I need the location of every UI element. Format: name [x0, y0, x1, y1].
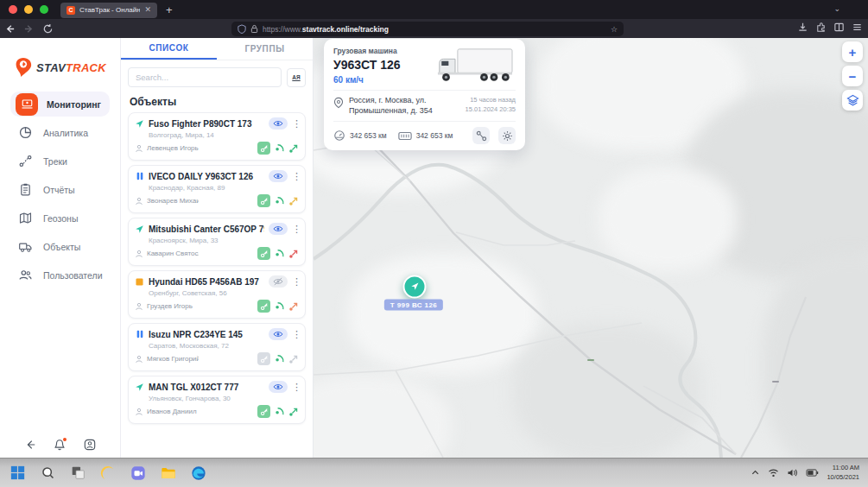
- sidebar-book-icon[interactable]: [833, 22, 845, 33]
- sidebar-item-geozones[interactable]: Геозоны: [10, 206, 110, 231]
- tab-close-icon[interactable]: ✕: [144, 6, 151, 14]
- visibility-toggle[interactable]: [269, 117, 288, 130]
- notifications-bell-icon[interactable]: [54, 439, 66, 451]
- taskbar-clock[interactable]: 11:00 AM 10/05/2021: [827, 464, 859, 483]
- sidebar-item-reports[interactable]: Отчёты: [10, 177, 110, 202]
- driver-icon: [135, 144, 143, 153]
- vehicle-name: Hyundai HD65 P456AB 197: [149, 277, 264, 287]
- vehicle-menu-button[interactable]: [292, 171, 299, 182]
- file-explorer-icon[interactable]: [160, 465, 177, 482]
- vehicle-menu-button[interactable]: [292, 329, 299, 340]
- vehicle-card[interactable]: IVECO DAILY У963СТ 126 Краснодар, Красна…: [128, 165, 306, 213]
- vehicle-speed: 60 км/ч: [333, 75, 401, 85]
- profile-icon[interactable]: [84, 439, 96, 451]
- sidebar-nav: Мониторинг Аналитика Треки: [0, 92, 120, 288]
- settings-button[interactable]: [498, 127, 516, 144]
- vehicle-card[interactable]: Fuso Fighter P890CT 173 Волгоград, Мира,…: [128, 112, 306, 161]
- map[interactable]: Т 999 ВС 126 + − Грузовая машина У963СТ …: [314, 38, 868, 458]
- sidebar-item-analytics[interactable]: Аналитика: [10, 120, 110, 145]
- vehicle-menu-button[interactable]: [292, 276, 299, 288]
- map-layers-button[interactable]: [842, 90, 863, 111]
- sort-az-button[interactable]: АЯ: [287, 68, 306, 87]
- extensions-icon[interactable]: [815, 22, 827, 33]
- route-button[interactable]: [472, 127, 490, 144]
- window-minimize-button[interactable]: [24, 5, 33, 14]
- site-favicon: С: [67, 6, 75, 15]
- driver-icon: [135, 250, 143, 258]
- lock-icon: [250, 24, 258, 34]
- clock-date: 10/05/2021: [827, 473, 859, 483]
- layers-icon: [846, 94, 859, 107]
- vehicle-name: MAN TGL X012CT 777: [149, 383, 264, 392]
- vehicle-menu-button[interactable]: [292, 224, 299, 235]
- vehicle-status-icon: [135, 383, 144, 392]
- ignition-key-icon: [257, 352, 270, 365]
- vehicle-card[interactable]: Mitsubishi Canter C567OP 790 Красноярск,…: [128, 218, 306, 266]
- vehicle-map-marker[interactable]: [403, 275, 427, 299]
- sidebar-item-objects[interactable]: Объекты: [10, 234, 110, 259]
- section-title: Объекты: [121, 91, 313, 112]
- vehicle-type-label: Грузовая машина: [333, 47, 401, 55]
- moon-app-icon[interactable]: [99, 465, 117, 482]
- zoom-in-button[interactable]: +: [842, 41, 863, 62]
- task-view-icon[interactable]: [69, 465, 86, 482]
- clock-time: 11:00 AM: [827, 464, 859, 473]
- browser-chrome: С СтавТрак - Онлайн мониторин ✕ + ⌄ http…: [0, 0, 868, 38]
- truck-image: [433, 47, 516, 85]
- visibility-toggle[interactable]: [269, 275, 288, 288]
- vehicle-card[interactable]: MAN TGL X012CT 777 Ульяновск, Гончарова,…: [128, 376, 306, 424]
- start-button[interactable]: [9, 465, 26, 482]
- vehicle-address: Краснодар, Красная, 89: [135, 182, 299, 194]
- sidebar-item-label: Треки: [43, 156, 67, 167]
- vehicle-menu-button[interactable]: [292, 382, 299, 393]
- sidebar-item-label: Мониторинг: [47, 99, 101, 110]
- new-tab-button[interactable]: +: [166, 4, 173, 16]
- sidebar-item-tracks[interactable]: Треки: [10, 149, 110, 174]
- driver-name: Мягков Григорий: [147, 355, 199, 363]
- odometer-gauge-icon: [333, 130, 345, 142]
- driver-name: Левенцев Игорь: [147, 144, 199, 152]
- vehicle-menu-button[interactable]: [292, 118, 299, 130]
- search-icon[interactable]: [39, 465, 56, 482]
- tray-chevron-icon[interactable]: [751, 468, 760, 478]
- wifi-icon[interactable]: [768, 468, 779, 478]
- sidebar-item-monitoring[interactable]: Мониторинг: [10, 92, 110, 117]
- vehicle-card[interactable]: Hyundai HD65 P456AB 197 Оренбург, Советс…: [128, 270, 306, 319]
- brand-logo: STAVTRACK: [0, 38, 120, 92]
- reload-button[interactable]: [38, 23, 57, 35]
- search-input[interactable]: [128, 67, 282, 87]
- browser-toolbar-icons: [797, 22, 863, 33]
- visibility-toggle[interactable]: [269, 381, 288, 393]
- bookmark-star-icon[interactable]: ☆: [611, 25, 618, 34]
- app-window: STAVTRACK Мониторинг Аналитика: [0, 38, 868, 458]
- zoom-out-button[interactable]: −: [842, 66, 863, 86]
- visibility-toggle[interactable]: [269, 328, 288, 340]
- tab-title: СтавТрак - Онлайн мониторин: [79, 6, 140, 14]
- visibility-toggle[interactable]: [269, 170, 288, 182]
- url-bar[interactable]: https://www.stavtrack.online/tracking ☆: [231, 22, 624, 36]
- forward-button[interactable]: [19, 23, 38, 35]
- vehicle-status-icon: [135, 225, 144, 234]
- window-zoom-button[interactable]: [40, 5, 48, 14]
- marker-arrow-icon: [409, 281, 421, 293]
- tab-list-chevron-icon[interactable]: ⌄: [833, 4, 840, 13]
- downloads-icon[interactable]: [797, 22, 808, 33]
- brand-pin-icon: [14, 57, 33, 78]
- window-close-button[interactable]: [9, 5, 17, 14]
- tab-groups[interactable]: ГРУППЫ: [217, 38, 313, 60]
- browser-tab[interactable]: С СтавТрак - Онлайн мониторин ✕: [60, 3, 157, 18]
- sidebar-item-users[interactable]: Пользователи: [10, 262, 110, 288]
- vehicle-name: IVECO DAILY У963СТ 126: [149, 172, 264, 181]
- chat-app-icon[interactable]: [130, 465, 147, 482]
- back-button[interactable]: [0, 23, 19, 35]
- driver-icon: [135, 408, 143, 416]
- edge-browser-icon[interactable]: [190, 465, 207, 482]
- collapse-back-icon[interactable]: [24, 439, 36, 451]
- visibility-toggle[interactable]: [269, 223, 288, 235]
- vehicle-card[interactable]: Isuzu NPR C234YE 145 Саратов, Московская…: [128, 323, 306, 371]
- volume-icon[interactable]: [787, 468, 798, 478]
- menu-hamburger-icon[interactable]: [852, 22, 863, 33]
- vehicle-location: Россия, г. Москва, ул.Промышленная, д. 3…: [344, 96, 466, 116]
- tab-list[interactable]: СПИСОК: [121, 38, 217, 60]
- battery-icon[interactable]: [806, 469, 819, 477]
